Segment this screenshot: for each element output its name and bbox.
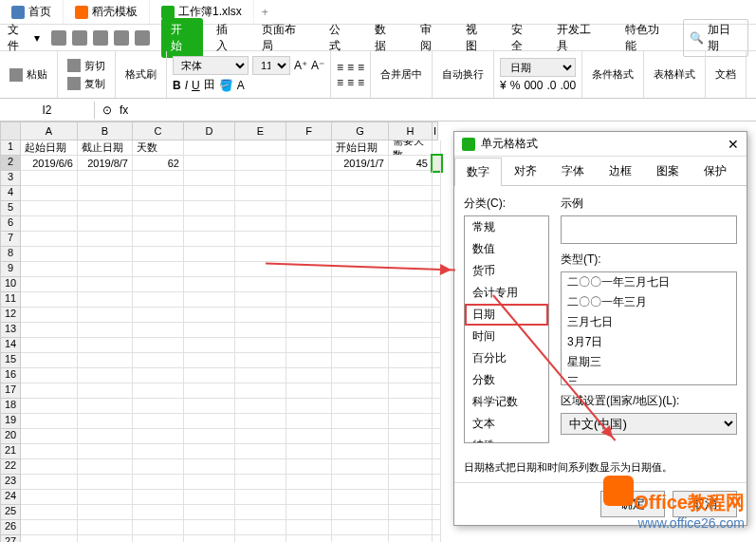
cell-D11[interactable]: [184, 292, 235, 308]
col-header-C[interactable]: C: [133, 121, 184, 140]
cell-G22[interactable]: [332, 459, 389, 475]
col-header-E[interactable]: E: [235, 121, 286, 140]
print-icon[interactable]: [72, 30, 87, 46]
cell-C9[interactable]: [133, 262, 184, 277]
percent-icon[interactable]: %: [510, 79, 521, 92]
cell-E17[interactable]: [235, 383, 286, 399]
category-list[interactable]: 常规数值货币会计专用日期时间百分比分数科学记数文本特殊自定义: [464, 215, 549, 443]
cell-G17[interactable]: [332, 383, 389, 399]
cell-D14[interactable]: [184, 338, 235, 353]
row-header-5[interactable]: 5: [0, 201, 21, 216]
cell-E26[interactable]: [235, 520, 286, 535]
cell-D2[interactable]: [184, 156, 235, 171]
category-item[interactable]: 数值: [465, 238, 548, 260]
cell-I27[interactable]: [433, 535, 441, 542]
row-header-4[interactable]: 4: [0, 186, 21, 201]
cell-B2[interactable]: 2019/8/7: [78, 156, 133, 171]
cell-D3[interactable]: [184, 171, 235, 186]
cell-G20[interactable]: [332, 429, 389, 444]
copy-button[interactable]: 复制: [64, 76, 109, 92]
cell-G7[interactable]: [332, 232, 389, 247]
decrease-font-icon[interactable]: A⁻: [311, 59, 324, 72]
cell-H21[interactable]: [389, 444, 433, 459]
cell-E13[interactable]: [235, 323, 286, 338]
cell-A21[interactable]: [21, 444, 78, 459]
doc-button[interactable]: 文档: [711, 66, 740, 83]
cell-H2[interactable]: 45: [389, 156, 433, 171]
cell-H27[interactable]: [389, 535, 433, 542]
cell-G11[interactable]: [332, 292, 389, 308]
cell-H23[interactable]: [389, 475, 433, 490]
row-header-16[interactable]: 16: [0, 368, 21, 383]
cell-H17[interactable]: [389, 383, 433, 399]
cell-C1[interactable]: 天数: [133, 140, 184, 156]
cell-D8[interactable]: [184, 247, 235, 262]
cell-C16[interactable]: [133, 368, 184, 383]
cell-E27[interactable]: [235, 535, 286, 542]
cell-A5[interactable]: [21, 201, 78, 216]
cell-G26[interactable]: [332, 520, 389, 535]
redo-icon[interactable]: [135, 30, 150, 46]
category-item[interactable]: 百分比: [465, 347, 548, 369]
row-header-25[interactable]: 25: [0, 505, 21, 520]
cell-D19[interactable]: [184, 414, 235, 429]
type-item[interactable]: 二〇〇一年三月: [562, 292, 736, 312]
cell-F16[interactable]: [286, 368, 332, 383]
row-header-9[interactable]: 9: [0, 262, 21, 277]
cell-A4[interactable]: [21, 186, 78, 201]
cell-G3[interactable]: [332, 171, 389, 186]
cell-C23[interactable]: [133, 475, 184, 490]
cell-I18[interactable]: [433, 399, 441, 414]
cell-I21[interactable]: [433, 444, 441, 459]
cell-E2[interactable]: [235, 156, 286, 171]
cell-B22[interactable]: [78, 459, 133, 475]
cell-F27[interactable]: [286, 535, 332, 542]
cell-B19[interactable]: [78, 414, 133, 429]
cell-A9[interactable]: [21, 262, 78, 277]
cell-F2[interactable]: [286, 156, 332, 171]
cell-H12[interactable]: [389, 308, 433, 323]
cell-H14[interactable]: [389, 338, 433, 353]
cell-D1[interactable]: [184, 140, 235, 156]
cell-I19[interactable]: [433, 414, 441, 429]
tab-number[interactable]: 数字: [454, 158, 502, 186]
cell-I16[interactable]: [433, 368, 441, 383]
cell-reference[interactable]: I2: [0, 102, 95, 119]
cell-G8[interactable]: [332, 247, 389, 262]
row-header-12[interactable]: 12: [0, 308, 21, 323]
cell-G1[interactable]: 开始日期: [332, 140, 389, 156]
cell-B3[interactable]: [78, 171, 133, 186]
align-center-icon[interactable]: ≡: [347, 76, 354, 89]
cell-B27[interactable]: [78, 535, 133, 542]
cell-B25[interactable]: [78, 505, 133, 520]
cell-A22[interactable]: [21, 459, 78, 475]
cell-E1[interactable]: [235, 140, 286, 156]
cell-H13[interactable]: [389, 323, 433, 338]
cell-I5[interactable]: [433, 201, 441, 216]
cell-D9[interactable]: [184, 262, 235, 277]
cell-E8[interactable]: [235, 247, 286, 262]
row-header-3[interactable]: 3: [0, 171, 21, 186]
cell-H7[interactable]: [389, 232, 433, 247]
type-list[interactable]: 二〇〇一年三月七日二〇〇一年三月三月七日3月7日星期三三2001/3/7: [561, 271, 737, 385]
cell-D13[interactable]: [184, 323, 235, 338]
align-right-icon[interactable]: ≡: [358, 76, 364, 89]
border-icon[interactable]: 田: [204, 77, 215, 93]
cell-H16[interactable]: [389, 368, 433, 383]
category-item[interactable]: 会计专用: [465, 282, 548, 304]
type-item[interactable]: 二〇〇一年三月七日: [562, 272, 736, 292]
cell-F8[interactable]: [286, 247, 332, 262]
locale-select[interactable]: 中文(中国): [561, 413, 737, 435]
cell-I4[interactable]: [433, 186, 441, 201]
col-header-H[interactable]: H: [389, 121, 433, 140]
cell-B8[interactable]: [78, 247, 133, 262]
row-header-6[interactable]: 6: [0, 216, 21, 232]
cell-B9[interactable]: [78, 262, 133, 277]
cell-C17[interactable]: [133, 383, 184, 399]
cell-D25[interactable]: [184, 505, 235, 520]
row-header-24[interactable]: 24: [0, 490, 21, 505]
cell-G2[interactable]: 2019/1/7: [332, 156, 389, 171]
cell-H4[interactable]: [389, 186, 433, 201]
cell-B4[interactable]: [78, 186, 133, 201]
cell-E11[interactable]: [235, 292, 286, 308]
